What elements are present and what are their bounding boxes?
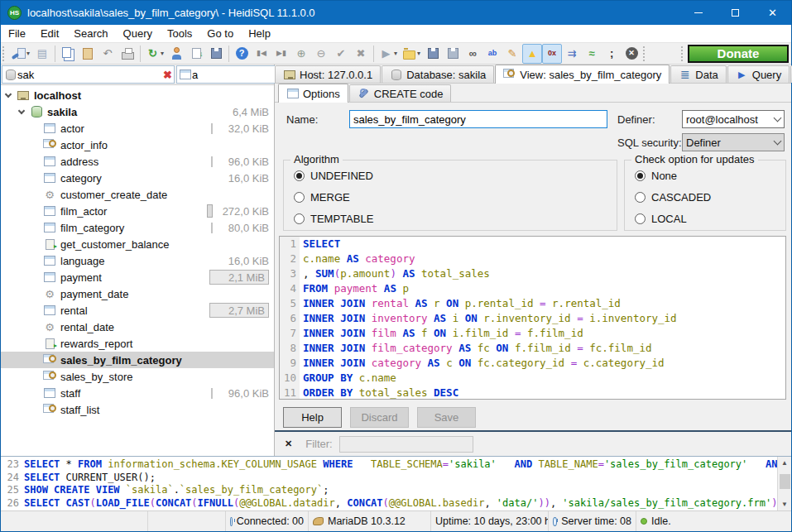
stop-process-button[interactable]: ✕: [622, 44, 641, 64]
tree-item-rewards-report[interactable]: rewards_report: [1, 335, 274, 352]
radio-cascaded[interactable]: CASCADED: [635, 191, 785, 204]
tree-item-actor[interactable]: actor32,0 KiB: [1, 120, 274, 137]
last-record-button[interactable]: ▶▮: [271, 44, 291, 64]
tree-item-rental[interactable]: rental2,7 MiB: [1, 302, 274, 319]
tab-view-sales-by-film-category[interactable]: View: sales_by_film_category: [495, 65, 670, 84]
tree-item-sakila[interactable]: sakila6,4 MiB: [1, 103, 274, 120]
menu-search[interactable]: Search: [66, 26, 115, 41]
semicolon-delimiter-button[interactable]: ;: [602, 44, 622, 64]
session-manager-button[interactable]: ▾: [9, 44, 32, 64]
name-label: Name:: [286, 113, 318, 126]
tree-item-category[interactable]: category16,0 KiB: [1, 170, 274, 186]
clock-icon: [230, 517, 233, 526]
radio-none[interactable]: None: [635, 170, 785, 182]
wrench-icon: [358, 89, 370, 98]
subtab-create-code[interactable]: CREATE code: [349, 84, 452, 102]
save-sql-as-button[interactable]: [443, 44, 463, 64]
database-filter-input[interactable]: [17, 69, 163, 81]
sql-log[interactable]: 23SELECT * FROM information_schema.KEY_C…: [1, 457, 777, 510]
tree-item-staff-list[interactable]: staff_list: [1, 401, 274, 418]
copy-button[interactable]: [58, 44, 78, 64]
tree-item-film-category[interactable]: film_category80,0 KiB: [1, 219, 274, 236]
subtab-options[interactable]: Options: [278, 84, 348, 103]
tree-item-address[interactable]: address96,0 KiB: [1, 153, 274, 170]
tree-item-sales-by-film-category[interactable]: sales_by_film_category: [1, 352, 274, 368]
menu-file[interactable]: File: [1, 26, 33, 41]
menu-query[interactable]: Query: [116, 26, 160, 41]
refresh-button[interactable]: ↻▾: [143, 44, 166, 64]
find-text-button[interactable]: ∞: [463, 44, 482, 64]
filter-close-icon[interactable]: ✕: [285, 439, 292, 449]
tree-item-customer-create-date[interactable]: customer_create_date: [1, 186, 274, 203]
hex-toggle-button[interactable]: 0x: [542, 44, 562, 64]
filter-bar: ✕ Filter:: [275, 432, 791, 456]
paste-button[interactable]: [78, 44, 98, 64]
discard-button[interactable]: Discard: [350, 407, 409, 428]
apply-changes-button[interactable]: ✔: [331, 44, 351, 64]
disconnect-button[interactable]: ▤: [32, 44, 52, 64]
radio-local[interactable]: LOCAL: [635, 213, 785, 225]
reformat-sql-button[interactable]: ✎: [502, 44, 522, 64]
tab-host-127-0-0-1[interactable]: Host: 127.0.0.1: [275, 65, 381, 83]
radio-undefined[interactable]: UNDEFINED: [294, 170, 617, 182]
replace-text-button[interactable]: ab: [482, 44, 502, 64]
code-line: 25SHOW CREATE VIEW `sakila`.`sales_by_fi…: [1, 484, 777, 497]
menu-edit[interactable]: Edit: [33, 26, 66, 41]
tree-item-get-customer-balance[interactable]: get_customer_balance: [1, 236, 274, 252]
menu-go-to[interactable]: Go to: [199, 26, 241, 41]
sql-security-select[interactable]: Definer: [682, 133, 785, 151]
indent-button[interactable]: ⇉: [562, 44, 582, 64]
open-sql-file-button[interactable]: ▾: [400, 44, 423, 64]
save-sql-button[interactable]: [423, 44, 443, 64]
insert-row-button[interactable]: ⊕: [291, 44, 311, 64]
first-record-button[interactable]: ▮◀: [252, 44, 271, 64]
export-database-button[interactable]: [186, 44, 206, 64]
menu-help[interactable]: Help: [241, 26, 278, 41]
tab-query[interactable]: Query: [727, 65, 790, 83]
clear-filter-icon[interactable]: ✖: [163, 69, 172, 81]
help-button[interactable]: Help: [283, 407, 342, 428]
tree-item-payment[interactable]: payment2,1 MiB: [1, 269, 274, 285]
help-button[interactable]: ?: [232, 44, 252, 64]
radio-temptable[interactable]: TEMPTABLE: [294, 213, 617, 225]
expand-chevron-icon[interactable]: [18, 107, 25, 113]
print-button[interactable]: [118, 44, 137, 64]
tree-item-language[interactable]: language16,0 KiB: [1, 252, 274, 269]
view-name-input[interactable]: [349, 110, 607, 128]
tree-item-localhost[interactable]: localhost: [1, 87, 274, 103]
tree-item-payment-date[interactable]: payment_date: [1, 285, 274, 302]
tab-database-sakila[interactable]: Database: sakila: [382, 65, 494, 83]
tree-item-rental-date[interactable]: rental_date: [1, 319, 274, 335]
scroll-thumb[interactable]: [780, 474, 790, 489]
tab-data[interactable]: Data: [670, 65, 726, 83]
reconnect-button[interactable]: ≈: [582, 44, 602, 64]
save-button[interactable]: Save: [417, 407, 476, 428]
undo-button[interactable]: ↶: [98, 44, 118, 64]
run-query-button[interactable]: ▶▾: [377, 44, 400, 64]
tree-item-staff[interactable]: staff96,0 KiB: [1, 385, 274, 401]
minimize-button[interactable]: [679, 1, 717, 25]
log-scrollbar[interactable]: ▲ ▼: [777, 457, 791, 510]
view-select-code-editor[interactable]: 1SELECT2c.name AS category3, SUM(p.amoun…: [279, 236, 786, 400]
user-manager-button[interactable]: [166, 44, 186, 64]
definer-select[interactable]: root@localhost: [682, 110, 785, 128]
expand-chevron-icon[interactable]: [5, 90, 12, 97]
scroll-down-icon[interactable]: ▼: [778, 498, 791, 510]
delete-row-button[interactable]: ⊖: [311, 44, 331, 64]
donate-button[interactable]: Donate: [688, 45, 789, 63]
filter-input[interactable]: [339, 436, 473, 453]
discard-changes-button[interactable]: ✖: [351, 44, 371, 64]
close-button[interactable]: ✕: [754, 1, 791, 25]
maximize-button[interactable]: [717, 1, 754, 25]
clock-icon: [553, 517, 557, 526]
scroll-up-icon[interactable]: ▲: [778, 457, 791, 469]
tree-item-actor-info[interactable]: actor_info: [1, 137, 274, 153]
query-icon: [736, 69, 748, 80]
tree-item-sales-by-store[interactable]: sales_by_store: [1, 368, 274, 385]
save-database-button[interactable]: [206, 44, 226, 64]
code-line: 26SELECT CAST(LOAD_FILE(CONCAT(IFNULL(@@…: [1, 497, 777, 510]
radio-merge[interactable]: MERGE: [294, 191, 617, 204]
warnings-toggle-button[interactable]: ▲: [522, 44, 542, 64]
tree-item-film-actor[interactable]: film_actor272,0 KiB: [1, 203, 274, 219]
menu-tools[interactable]: Tools: [160, 26, 199, 41]
